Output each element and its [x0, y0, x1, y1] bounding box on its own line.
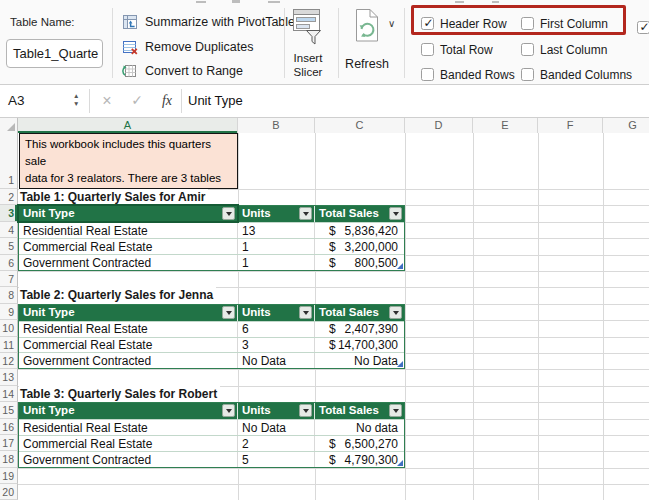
banded-rows-checkbox-label[interactable]: Banded Rows [440, 68, 515, 82]
row-header-15[interactable]: 15 [0, 402, 18, 419]
cell-C11[interactable]: $14,700,300 [315, 338, 404, 353]
cell-C9[interactable]: Total Sales [315, 305, 404, 321]
row-header-2[interactable]: 2 [0, 189, 18, 205]
cell-B5[interactable]: 1 [238, 239, 315, 254]
table-resize-handle[interactable] [397, 361, 403, 367]
insert-function-button[interactable]: fx [156, 85, 178, 116]
banded-rows-checkbox[interactable] [421, 68, 434, 81]
cell-A14-table3-title[interactable]: Table 3: Quarterly Sales for Robert [19, 386, 220, 402]
cell-A4[interactable]: Residential Real Estate [19, 223, 238, 238]
row-header-19[interactable]: 19 [0, 468, 18, 484]
note-box[interactable]: This workbook includes this quarters sal… [19, 133, 238, 189]
cell-B11[interactable]: 3 [238, 338, 315, 353]
refresh-button[interactable] [352, 8, 382, 48]
cell-A3[interactable]: Unit Type [19, 206, 238, 222]
row-header-5[interactable]: 5 [0, 238, 18, 255]
column-header-G[interactable]: G [603, 118, 649, 133]
cell-A6[interactable]: Government Contracted [19, 255, 238, 270]
filter-button[interactable] [389, 404, 402, 417]
cell-A5[interactable]: Commercial Real Estate [19, 239, 238, 254]
cell-C16[interactable]: No data [315, 420, 404, 435]
row-header-7[interactable]: 7 [0, 271, 18, 287]
cell-A17[interactable]: Commercial Real Estate [19, 436, 238, 451]
row-header-13[interactable]: 13 [0, 369, 18, 386]
row-header-10[interactable]: 10 [0, 320, 18, 337]
select-all-corner[interactable] [0, 118, 18, 133]
name-box-spinner[interactable]: ▲▼ [73, 92, 79, 108]
convert-to-range-button[interactable]: Convert to Range [122, 62, 243, 79]
row-header-8[interactable]: 8 [0, 287, 18, 304]
cell-B10[interactable]: 6 [238, 322, 315, 337]
cell-A16[interactable]: Residential Real Estate [19, 420, 238, 435]
insert-slicer-label[interactable]: Insert Slicer [284, 52, 332, 79]
cell-B18[interactable]: 5 [238, 452, 315, 467]
cell-B12[interactable]: No Data [238, 353, 315, 368]
table-resize-handle[interactable] [397, 460, 403, 466]
row-header-18[interactable]: 18 [0, 451, 18, 468]
column-header-D[interactable]: D [405, 118, 473, 133]
filter-button[interactable] [222, 306, 235, 319]
formula-input[interactable]: Unit Type [188, 85, 243, 117]
table-resize-handle[interactable] [397, 263, 403, 269]
cell-A12[interactable]: Government Contracted [19, 353, 238, 368]
column-header-F[interactable]: F [538, 118, 603, 133]
enter-button[interactable]: ✓ [126, 85, 148, 116]
column-header-A[interactable]: A [18, 118, 238, 133]
column-header-C[interactable]: C [315, 118, 405, 133]
cell-C5[interactable]: $3,200,000 [315, 239, 404, 254]
insert-slicer-button[interactable] [291, 7, 323, 51]
cell-C3[interactable]: Total Sales [315, 206, 404, 222]
cell-C15[interactable]: Total Sales [315, 403, 404, 419]
filter-button[interactable] [222, 404, 235, 417]
clipped-checkbox[interactable]: ✓ [637, 21, 649, 34]
row-header-16[interactable]: 16 [0, 419, 18, 435]
banded-columns-checkbox[interactable] [521, 68, 534, 81]
total-row-checkbox[interactable] [421, 43, 434, 56]
cell-B4[interactable]: 13 [238, 223, 315, 238]
filter-button[interactable] [222, 207, 235, 220]
cell-C12[interactable]: No Data [315, 353, 404, 368]
row-header-9[interactable]: 9 [0, 304, 18, 320]
filter-button[interactable] [389, 306, 402, 319]
refresh-dropdown-chevron-icon[interactable]: ∨ [388, 18, 395, 29]
column-header-B[interactable]: B [238, 118, 315, 133]
cell-A2-table1-title[interactable]: Table 1: Quarterly Sales for Amir [19, 189, 208, 205]
column-header-E[interactable]: E [473, 118, 538, 133]
cell-A8-table2-title[interactable]: Table 2: Quarterly Sales for Jenna [19, 287, 216, 303]
row-header-11[interactable]: 11 [0, 337, 18, 353]
row-header-14[interactable]: 14 [0, 386, 18, 402]
cell-B3[interactable]: Units [238, 206, 315, 222]
cell-C10[interactable]: $2,407,390 [315, 322, 404, 337]
filter-button[interactable] [299, 207, 312, 220]
cell-A10[interactable]: Residential Real Estate [19, 322, 238, 337]
filter-button[interactable] [389, 207, 402, 220]
cell-C6[interactable]: $800,500 [315, 255, 404, 270]
filter-button[interactable] [299, 306, 312, 319]
row-header-4[interactable]: 4 [0, 222, 18, 238]
row-header-1[interactable]: 1 [0, 133, 18, 189]
cell-C17[interactable]: $6,500,270 [315, 436, 404, 451]
row-header-3[interactable]: 3 [0, 205, 18, 222]
cell-B15[interactable]: Units [238, 403, 315, 419]
banded-columns-checkbox-label[interactable]: Banded Columns [540, 68, 632, 82]
cell-B17[interactable]: 2 [238, 436, 315, 451]
cell-B16[interactable]: No Data [238, 420, 315, 435]
total-row-checkbox-label[interactable]: Total Row [440, 43, 493, 57]
row-header-6[interactable]: 6 [0, 255, 18, 271]
cell-A9[interactable]: Unit Type [19, 305, 238, 321]
remove-duplicates-button[interactable]: Remove Duplicates [122, 38, 253, 55]
row-header-17[interactable]: 17 [0, 435, 18, 451]
refresh-label[interactable]: Refresh [344, 58, 390, 72]
summarize-with-pivottable-button[interactable]: Summarize with PivotTable [122, 13, 295, 30]
cell-B9[interactable]: Units [238, 305, 315, 321]
cancel-button[interactable]: × [96, 85, 118, 116]
cell-B6[interactable]: 1 [238, 255, 315, 270]
name-box[interactable]: A3 [8, 85, 25, 117]
table-name-input[interactable]: Table1_Quarte [6, 39, 103, 68]
cell-A15[interactable]: Unit Type [19, 403, 238, 419]
last-column-checkbox-label[interactable]: Last Column [540, 43, 607, 57]
filter-button[interactable] [299, 404, 312, 417]
row-header-20[interactable]: 20 [0, 484, 18, 500]
cell-C4[interactable]: $5,836,420 [315, 223, 404, 238]
cell-A11[interactable]: Commercial Real Estate [19, 338, 238, 353]
